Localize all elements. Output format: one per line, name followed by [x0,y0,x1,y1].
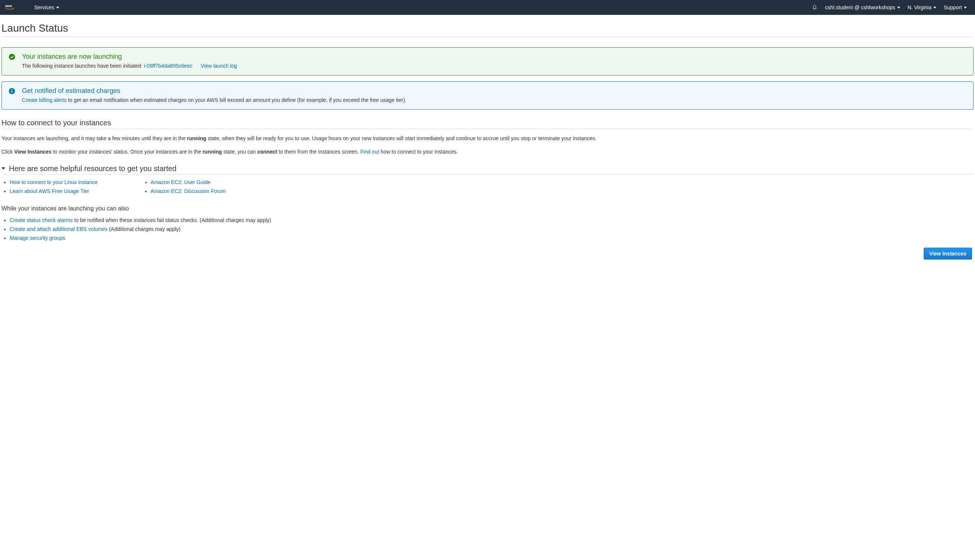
list-item: Amazon EC2: Discussion Forum [151,188,226,194]
account-menu[interactable]: cshl.student @ cshlworkshops [821,5,904,10]
connect-para-2: Click View Instances to monitor your ins… [2,148,973,156]
resource-list-1: How to connect to your Linux instance Le… [2,179,98,197]
chevron-down-icon [56,7,59,8]
resource-link[interactable]: Amazon EC2: User Guide [151,179,211,185]
find-out-link[interactable]: Find out [360,149,379,155]
view-instances-button[interactable]: View Instances [924,248,972,260]
list-item: Create and attach additional EBS volumes… [10,226,973,232]
billing-info-alert: Get notified of estimated charges Create… [2,82,973,110]
task-link[interactable]: Create and attach additional EBS volumes [10,226,107,232]
connect-section-title: How to connect to your instances [2,116,973,129]
resources-header-text: Here are some helpful resources to get y… [9,164,176,173]
support-label: Support [944,5,962,10]
svg-text:aws: aws [5,4,12,8]
task-link[interactable]: Manage security groups [10,235,65,241]
services-menu[interactable]: Services [30,5,63,10]
launch-success-alert: Your instances are now launching The fol… [2,47,973,75]
account-label: cshl.student @ cshlworkshops [825,5,895,10]
list-item: Manage security groups [10,235,973,241]
connect-para-1: Your instances are launching, and it may… [2,134,973,142]
success-text: The following instance launches have bee… [22,62,237,70]
list-item: Amazon EC2: User Guide [151,179,226,185]
while-launching-list: Create status check alarms to be notifie… [2,217,973,241]
region-menu[interactable]: N. Virginia [904,5,940,10]
chevron-down-icon [933,7,936,8]
list-item: Learn about AWS Free Usage Tier [10,188,98,194]
aws-logo[interactable]: aws [5,3,19,12]
info-text: Create billing alerts to get an email no… [22,96,406,104]
resources-toggle[interactable]: Here are some helpful resources to get y… [2,162,973,175]
resource-columns: How to connect to your Linux instance Le… [2,179,973,197]
support-menu[interactable]: Support [940,5,970,10]
list-item: How to connect to your Linux instance [10,179,98,185]
svg-point-3 [12,89,13,90]
create-billing-alerts-link[interactable]: Create billing alerts [22,97,67,103]
check-circle-icon [8,53,15,70]
region-label: N. Virginia [908,5,932,10]
info-title: Get notified of estimated charges [22,87,406,95]
while-launching-heading: While your instances are launching you c… [2,205,973,212]
main-content: Launch Status Your instances are now lau… [0,15,975,264]
view-launch-log-link[interactable]: View launch log [201,63,237,69]
svg-rect-4 [12,91,12,93]
bell-icon [812,5,818,10]
resource-link[interactable]: Amazon EC2: Discussion Forum [151,188,226,194]
success-title: Your instances are now launching [22,53,237,61]
services-label: Services [34,5,54,10]
chevron-down-icon [964,7,967,8]
resource-link[interactable]: Learn about AWS Free Usage Tier [10,188,89,194]
resource-link[interactable]: How to connect to your Linux instance [10,179,98,185]
resource-list-2: Amazon EC2: User Guide Amazon EC2: Discu… [142,179,226,197]
top-nav: aws Services cshl.student @ cshlworkshop… [0,0,975,15]
footer-actions: View Instances [2,244,973,263]
instance-id-link[interactable]: i-09ff7b4da895c6eec [144,63,193,69]
list-item: Create status check alarms to be notifie… [10,217,973,223]
info-circle-icon [8,88,15,104]
svg-point-1 [9,54,15,60]
notifications-button[interactable] [808,5,821,10]
page-title: Launch Status [2,16,973,37]
task-link[interactable]: Create status check alarms [10,217,73,223]
chevron-down-icon [2,167,5,170]
chevron-down-icon [897,7,900,8]
